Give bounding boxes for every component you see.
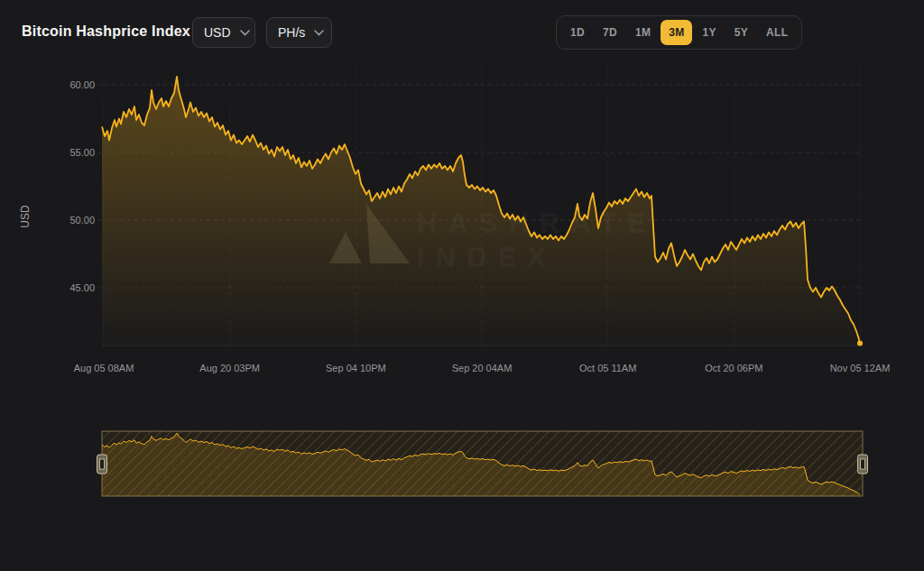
navigator-handle-left[interactable] <box>97 455 107 474</box>
range-button-1m[interactable]: 1M <box>627 20 659 45</box>
y-tick-label: 55.00 <box>69 147 95 158</box>
watermark-text-line2: INDEX <box>417 242 557 273</box>
page-title: Bitcoin Hashprice Index <box>22 23 190 40</box>
range-button-1y[interactable]: 1Y <box>694 20 724 45</box>
unit-dropdown[interactable]: PH/s <box>266 17 332 48</box>
navigator[interactable] <box>97 431 868 496</box>
currency-dropdown[interactable]: USD <box>192 17 255 48</box>
range-button-all[interactable]: ALL <box>758 20 796 45</box>
navigator-handle-left-grip <box>100 459 105 469</box>
y-axis-title: USD <box>19 205 32 228</box>
x-tick-label: Aug 20 03PM <box>199 363 260 373</box>
chevron-down-icon <box>314 30 324 36</box>
x-tick-label: Aug 05 08AM <box>74 363 134 373</box>
currency-dropdown-value: USD <box>204 25 231 40</box>
price-series: HASHRATE INDEX <box>102 77 863 346</box>
hashprice-chart: HASHRATE INDEX USD 60.0055.0050.0045.00A… <box>0 0 924 571</box>
navigator-handle-right[interactable] <box>858 455 868 474</box>
timeframe-selector: 1D7D1M3M1Y5YALL <box>556 15 802 50</box>
watermark-text-line1: HASHRATE <box>417 207 657 239</box>
y-tick-label: 45.00 <box>69 282 95 293</box>
hashprice-dashboard: { "header": { "title": "Bitcoin Hashpric… <box>0 0 924 571</box>
y-tick-label: 50.00 <box>69 215 95 226</box>
range-button-1d[interactable]: 1D <box>562 20 593 45</box>
unit-dropdown-value: PH/s <box>278 25 305 40</box>
x-tick-label: Sep 20 04AM <box>452 363 513 373</box>
last-point-marker <box>857 341 863 346</box>
range-button-3m[interactable]: 3M <box>661 20 692 45</box>
range-button-7d[interactable]: 7D <box>595 20 625 45</box>
navigator-handle-right-grip <box>861 459 865 469</box>
y-tick-label: 60.00 <box>69 79 95 90</box>
x-tick-label: Nov 05 12AM <box>830 363 891 373</box>
x-tick-label: Oct 20 06PM <box>705 363 762 373</box>
x-tick-label: Sep 04 10PM <box>326 363 386 373</box>
range-button-5y[interactable]: 5Y <box>726 20 756 45</box>
x-tick-label: Oct 05 11AM <box>579 363 636 373</box>
chevron-down-icon <box>240 30 250 36</box>
